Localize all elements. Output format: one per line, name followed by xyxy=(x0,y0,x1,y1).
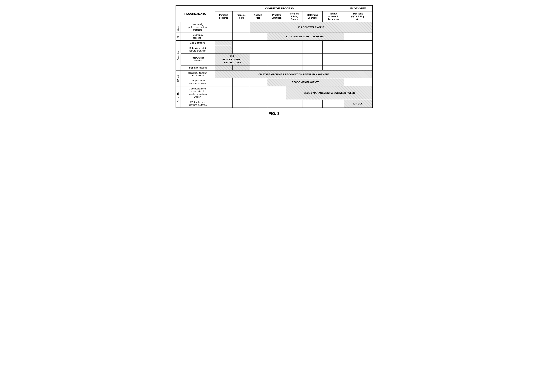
cell-ec1-2 xyxy=(250,100,267,108)
cell-or0-4 xyxy=(286,41,303,46)
cell-c0-1 xyxy=(232,22,250,33)
recognition-agents: RECOGNITION AGENTS xyxy=(267,78,344,86)
cell-or0-0 xyxy=(215,41,232,46)
cell-or3-0 xyxy=(215,65,232,70)
cell-or3-2 xyxy=(250,65,267,70)
table-row: Composition ofservices from RAs RECOGNIT… xyxy=(176,78,372,86)
cell-or1-3 xyxy=(267,46,286,54)
ecosystem-header: ECOSYSTEM xyxy=(344,6,372,11)
table-row: RA develop andlicensing platforms ICP BU… xyxy=(176,100,372,108)
col-header-0: PerceiveFeatures xyxy=(215,11,232,22)
figure-caption: FIG. 3 xyxy=(176,111,373,116)
table-row: Ecosys. Mgt Cloud registration,associati… xyxy=(176,86,372,100)
cognitive-process-header: COGNITIVE PROCESS xyxy=(215,6,344,11)
req-ori-2: Patchwork offeatures xyxy=(180,54,215,65)
cell-or1-1 xyxy=(232,46,250,54)
cell-or2-7 xyxy=(344,54,372,65)
col-header-2: Associa-tion xyxy=(250,11,267,22)
diagram-container: REQUIREMENTS COGNITIVE PROCESS ECOSYSTEM… xyxy=(176,5,373,116)
table-row: Orientation Global sampling xyxy=(176,41,372,46)
cell-ra1-0 xyxy=(215,78,232,86)
table-row: UI Rendering &feedback ICP BAUBLES & SPA… xyxy=(176,33,372,41)
col-header-7: Mgt Tools(QOS, Billing,etc.) xyxy=(344,11,372,22)
cell-or1-5 xyxy=(303,46,323,54)
cell-ra1-7 xyxy=(344,78,372,86)
cell-ec1-6 xyxy=(323,100,344,108)
req-ori-1: Data alignment &feature extraction xyxy=(180,46,215,54)
req-ui-0: Rendering &feedback xyxy=(180,33,215,41)
cell-ec0-1 xyxy=(232,86,250,100)
req-eco-1: RA develop andlicensing platforms xyxy=(180,100,215,108)
cell-u0-7 xyxy=(344,33,372,41)
cell-or1-7 xyxy=(344,46,372,54)
cell-or0-7 xyxy=(344,41,372,46)
table-row: RA Mgt Resource, detectionand RA state I… xyxy=(176,70,372,78)
cell-or2-2 xyxy=(250,54,267,65)
section-context: Context xyxy=(176,22,180,33)
cell-or3-7 xyxy=(344,65,372,70)
req-context-0: User identity,preferences, history,metad… xyxy=(180,22,215,33)
cell-or3-6 xyxy=(323,65,344,70)
requirements-header: REQUIREMENTS xyxy=(176,6,215,22)
cell-or2-3 xyxy=(267,54,286,65)
cell-or0-3 xyxy=(267,41,286,46)
cloud-management: CLOUD MANAGEMENT & BUSINESS RULES xyxy=(286,86,372,100)
req-ori-0: Global sampling xyxy=(180,41,215,46)
cell-ec0-0 xyxy=(215,86,232,100)
icp-blackboard: ICPBLACKBOARD &KEY VECTORS xyxy=(215,54,250,65)
cell-ec0-2 xyxy=(250,86,267,100)
table-row: Patchwork offeatures ICPBLACKBOARD &KEY … xyxy=(176,54,372,65)
cell-u0-2 xyxy=(250,33,267,41)
cell-or2-6 xyxy=(323,54,344,65)
col-header-3: ProblemDefinition xyxy=(267,11,286,22)
table-row: Context User identity,preferences, histo… xyxy=(176,22,372,33)
cell-ec1-0 xyxy=(215,100,232,108)
col-header-6: InitiateActions &Responses xyxy=(323,11,344,22)
cell-or3-1 xyxy=(232,65,250,70)
req-ori-3: Interframe features xyxy=(180,65,215,70)
cell-u0-1 xyxy=(232,33,250,41)
section-ecosys-mgt: Ecosys. Mgt xyxy=(176,86,180,108)
section-ra-mgt: RA Mgt xyxy=(176,70,180,86)
cell-or1-6 xyxy=(323,46,344,54)
cell-ec0-3 xyxy=(267,86,286,100)
table-row: Data alignment &feature extraction xyxy=(176,46,372,54)
cell-or1-2 xyxy=(250,46,267,54)
icp-bus: ICP BUS. xyxy=(344,100,372,108)
cell-ec1-1 xyxy=(232,100,250,108)
section-orientation: Orientation xyxy=(176,41,180,70)
cell-ra1-1 xyxy=(232,78,250,86)
cell-or1-0 xyxy=(215,46,232,54)
cell-or1-4 xyxy=(286,46,303,54)
icp-baubles: ICP BAUBLES & SPATIAL MODEL xyxy=(267,33,344,41)
table-row: Interframe features xyxy=(176,65,372,70)
cell-ec1-4 xyxy=(286,100,303,108)
icp-context-engine: ICP CONTEXT ENGINE xyxy=(250,22,372,33)
cell-ra1-2 xyxy=(250,78,267,86)
cell-or0-5 xyxy=(303,41,323,46)
req-ra-1: Composition ofservices from RAs xyxy=(180,78,215,86)
req-eco-0: Cloud registration,association &session … xyxy=(180,86,215,100)
icp-state-machine: ICP STATE MACHINE & RECOGNITION AGENT MA… xyxy=(215,70,372,78)
col-header-1: PerceiveForms xyxy=(232,11,250,22)
cell-or0-2 xyxy=(250,41,267,46)
col-header-4: ProblemSolvingStatus xyxy=(286,11,303,22)
cell-ec1-3 xyxy=(267,100,286,108)
cell-or2-4 xyxy=(286,54,303,65)
main-table: REQUIREMENTS COGNITIVE PROCESS ECOSYSTEM… xyxy=(176,5,373,108)
cell-ec1-5 xyxy=(303,100,323,108)
cell-or0-6 xyxy=(323,41,344,46)
cell-or3-5 xyxy=(303,65,323,70)
col-header-5: DetermineSolutions xyxy=(303,11,323,22)
cell-u0-0 xyxy=(215,33,232,41)
cell-or3-4 xyxy=(286,65,303,70)
cell-or3-3 xyxy=(267,65,286,70)
cell-or2-5 xyxy=(303,54,323,65)
cell-c0-0 xyxy=(215,22,232,33)
section-ui: UI xyxy=(176,33,180,41)
cell-or0-1 xyxy=(232,41,250,46)
req-ra-0: Resource, detectionand RA state xyxy=(180,70,215,78)
